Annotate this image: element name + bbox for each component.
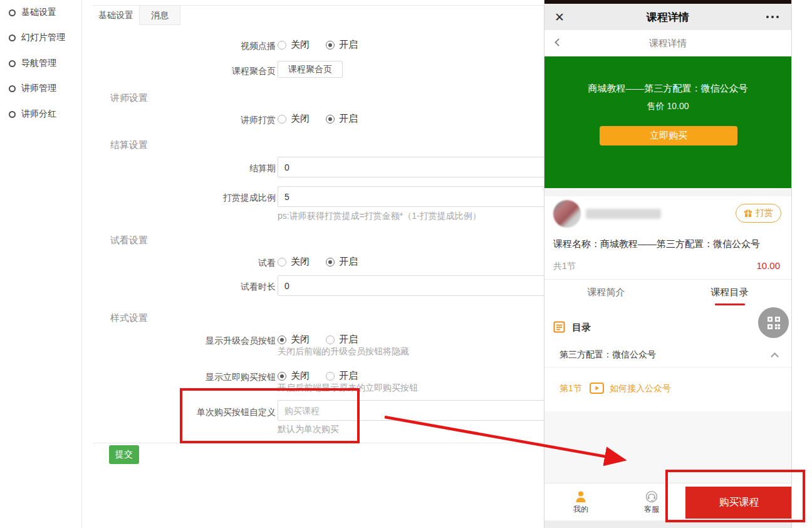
show-upgrade-radio-on[interactable]: 开启 [326,334,358,346]
buy-button-custom-hint: 默认为单次购买 [278,424,339,435]
more-menu-icon[interactable] [766,16,779,18]
radio-icon [278,258,286,267]
reward-ratio-hint: ps:讲师获得打赏提成=打赏金额*（1-打赏提成比例） [278,211,481,222]
tab-course-catalog[interactable]: 课程目录 [668,280,791,307]
spacer [544,520,791,528]
sidebar-item-label: 导航管理 [21,58,56,69]
sidebar-item-slideshow[interactable]: 幻灯片管理 [9,31,65,44]
radio-icon [278,335,286,344]
trial-radio-off[interactable]: 关闭 [278,256,310,268]
course-price: 10.00 [756,260,780,271]
radio-icon [326,258,335,267]
course-banner: 商城教程——第三方配置：微信公众号 售价 10.00 立即购买 [544,56,791,188]
reward-ratio-input[interactable] [278,186,553,207]
radio-icon [278,41,286,50]
form-divider [93,443,544,443]
course-name-line: 课程名称：商城教程——第三方配置：微信公众号 [544,233,791,255]
section-settlement-settings: 结算设置 [110,139,148,151]
sidebar-item-navigation[interactable]: 导航管理 [9,57,56,70]
field-label-aggregate-page: 课程聚合页 [93,65,276,77]
tab-course-intro[interactable]: 课程简介 [544,280,668,307]
video-play-icon [590,383,604,394]
spacer [544,411,791,483]
form-tabbar: 基础设置 消息 [93,5,544,24]
show-upgrade-radio-off[interactable]: 关闭 [278,334,310,346]
settings-form: 基础设置 消息 视频点播 关闭 开启 课程聚合页 课程聚合页 讲师设置 讲师打赏… [93,0,545,528]
phone-preview: ✕ 课程详情 课程详情 商城教程——第三方配置：微信公众号 售价 10.00 立… [544,0,792,528]
show-buy-now-radio-off[interactable]: 关闭 [278,370,310,382]
reward-radio-off[interactable]: 关闭 [278,113,310,125]
trial-radio-on[interactable]: 开启 [326,256,358,268]
circle-icon [9,85,16,92]
aggregate-page-button[interactable]: 课程聚合页 [278,61,343,78]
vod-radio-off[interactable]: 关闭 [278,39,310,51]
show-buy-now-hint: 开启后前端显示原来的立即购买按钮 [278,383,418,394]
sidebar-item-label: 基础设置 [21,7,56,18]
radio-icon [326,335,335,344]
section-style-settings: 样式设置 [110,312,148,324]
banner-price: 售价 10.00 [544,101,791,112]
lesson-number: 第1节 [560,383,582,394]
chapter-title: 第三方配置：微信公众号 [560,349,656,361]
field-label-show-upgrade: 显示升级会员按钮 [93,334,276,347]
circle-icon [9,60,16,67]
trial-radio-group: 关闭 开启 [278,256,358,268]
qr-code-button[interactable] [758,307,789,338]
vod-radio-group: 关闭 开启 [278,39,358,51]
field-label-settle-period: 结算期 [93,162,276,174]
sidebar-item-label: 幻灯片管理 [21,32,65,43]
show-buy-now-radio-on[interactable]: 开启 [326,370,358,382]
section-instructor-settings: 讲师设置 [110,92,148,104]
lesson-title: 如何接入公众号 [610,383,671,394]
page-nav-title: 课程详情 [544,30,791,56]
nav-service-label: 客服 [632,504,672,515]
page: 基础设置 幻灯片管理 导航管理 讲师管理 讲师分红 基础设置 消息 视频点播 关… [0,0,812,528]
nav-item-mine[interactable]: 我的 [561,488,601,515]
sidebar-item-label: 讲师分红 [21,108,56,120]
sidebar-item-instructors[interactable]: 讲师管理 [9,82,56,95]
buy-button-custom-input[interactable] [278,400,553,421]
radio-icon [278,115,286,124]
spacer [544,188,791,196]
nav-item-service[interactable]: 客服 [632,488,672,515]
reward-radio-on[interactable]: 开启 [326,113,358,125]
show-buy-now-radio-group: 关闭 开启 [278,370,358,382]
trial-duration-input[interactable] [278,275,553,296]
sidebar-item-instructor-dividend[interactable]: 讲师分红 [9,108,56,120]
headset-icon [645,490,658,503]
sidebar-item-basic-settings[interactable]: 基础设置 [9,6,56,19]
reward-button[interactable]: 打赏 [736,204,781,223]
sections-count: 共1节 [553,261,576,272]
circle-icon [9,111,16,118]
qr-code-icon [767,316,781,330]
circle-icon [9,9,16,16]
buy-now-button[interactable]: 立即购买 [600,126,737,145]
show-upgrade-hint: 关闭后前端的升级会员按钮将隐藏 [278,346,409,357]
vod-radio-on[interactable]: 开启 [326,39,358,51]
radio-icon [326,115,335,124]
catalog-header: 目录 [544,317,791,339]
catalog-title: 目录 [572,322,591,334]
field-label-reward-ratio: 打赏提成比例 [93,191,276,204]
settle-period-input[interactable] [278,157,553,177]
active-tab-underline [715,304,745,305]
lesson-row[interactable]: 第1节 如何接入公众号 [544,376,791,404]
field-label-instructor-reward: 讲师打赏 [93,114,276,126]
field-label-show-buy-now: 显示立即购买按钮 [93,371,276,383]
reward-radio-group: 关闭 开启 [278,113,358,125]
instructor-name-blurred [586,209,661,219]
sidebar: 基础设置 幻灯片管理 导航管理 讲师管理 讲师分红 [0,0,82,528]
tab-messages[interactable]: 消息 [139,6,180,25]
tab-basic-settings[interactable]: 基础设置 [93,6,139,25]
sidebar-item-label: 讲师管理 [21,83,56,94]
show-upgrade-radio-group: 关闭 开启 [278,334,358,346]
field-label-trial: 试看 [93,256,276,269]
section-trial-settings: 试看设置 [110,235,148,246]
field-label-buy-button-custom: 单次购买按钮自定义 [93,406,276,418]
submit-button[interactable]: 提交 [109,445,139,464]
chapter-row[interactable]: 第三方配置：微信公众号 [544,344,791,367]
wechat-title-bar: ✕ 课程详情 [544,4,791,30]
course-tabs: 课程简介 课程目录 [544,280,791,307]
person-icon [575,490,587,503]
buy-course-button[interactable]: 购买课程 [685,487,792,519]
